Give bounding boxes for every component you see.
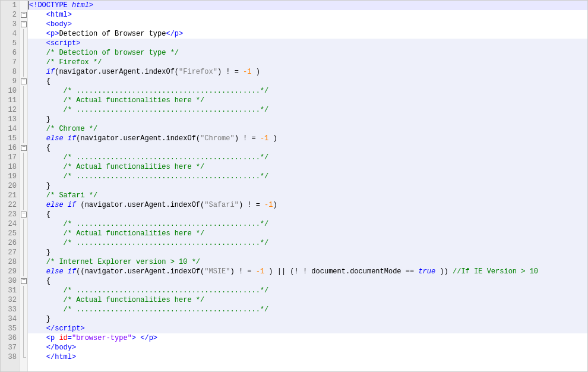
code-line[interactable]: /* Actual functionalities here */ <box>28 295 587 305</box>
fold-toggle[interactable] <box>20 77 27 86</box>
token-op: ! = <box>239 134 260 143</box>
code-line[interactable]: <!DOCTYPE html> <box>28 1 587 10</box>
code-editor[interactable]: 1234567891011121314151617181920212223242… <box>1 1 587 371</box>
code-line[interactable]: </html> <box>28 352 587 362</box>
token-op: { <box>46 77 50 86</box>
code-line[interactable]: else if(navigator.userAgent.indexOf("Chr… <box>28 134 587 143</box>
code-line[interactable]: { <box>28 210 587 219</box>
token-tag: = <box>68 334 72 342</box>
code-area[interactable]: <!DOCTYPE html> <html> <body> <p>Detecti… <box>28 1 587 371</box>
fold-toggle[interactable] <box>20 276 27 286</box>
line-number: 32 <box>5 295 17 305</box>
code-line[interactable]: else if (navigator.userAgent.indexOf("Sa… <box>28 200 587 210</box>
code-line[interactable]: /* Actual functionalities here */ <box>28 96 587 105</box>
code-line[interactable]: else if((navigator.userAgent.indexOf("MS… <box>28 267 587 276</box>
code-line[interactable]: </script> <box>28 324 587 333</box>
fold-toggle[interactable] <box>20 143 27 153</box>
fold-column[interactable] <box>20 1 28 371</box>
line-number: 20 <box>5 181 17 191</box>
code-line[interactable]: { <box>28 276 587 286</box>
token-txt: navigator.userAgent.indexOf <box>59 68 174 76</box>
token-op: ( <box>76 201 84 209</box>
code-line[interactable]: /* .....................................… <box>28 172 587 181</box>
token-cm: /* .....................................… <box>64 305 269 314</box>
token-cm: /* Safari */ <box>46 191 97 200</box>
fold-guide <box>20 134 27 143</box>
code-line[interactable]: <body> <box>28 20 587 29</box>
code-line[interactable]: /* Actual functionalities here */ <box>28 229 587 238</box>
fold-guide <box>20 352 27 362</box>
fold-guide <box>20 324 27 333</box>
token-op: )) <box>435 267 453 276</box>
token-num: -1 <box>256 267 264 276</box>
code-line[interactable]: <p>Detection of Browser type</p> <box>28 29 587 39</box>
code-line[interactable]: } <box>28 314 587 324</box>
code-line[interactable]: /* Safari */ <box>28 191 587 200</box>
token-cm: /* .....................................… <box>64 220 269 228</box>
fold-toggle[interactable] <box>20 10 27 20</box>
line-number-gutter: 1234567891011121314151617181920212223242… <box>1 1 20 371</box>
line-number: 35 <box>5 324 17 333</box>
line-number: 25 <box>5 229 17 238</box>
line-number: 10 <box>5 86 17 96</box>
token-str: "Firefox" <box>179 68 217 76</box>
token-cm: /* Actual functionalities here */ <box>64 163 205 171</box>
fold-guide <box>20 238 27 248</box>
line-number: 2 <box>5 10 17 20</box>
token-txt: navigator.userAgent.indexOf <box>85 201 200 209</box>
code-line[interactable]: /* Chrome */ <box>28 124 587 134</box>
code-line[interactable]: /* .....................................… <box>28 305 587 314</box>
code-line[interactable]: if(navigator.userAgent.indexOf("Firefox"… <box>28 67 587 77</box>
token-op: ) <box>217 68 222 76</box>
line-number: 11 <box>5 96 17 105</box>
line-number: 16 <box>5 143 17 153</box>
token-txt: navigator.userAgent.indexOf <box>85 267 200 276</box>
fold-guide <box>20 39 27 48</box>
fold-guide <box>20 29 27 39</box>
fold-toggle[interactable] <box>20 20 27 29</box>
token-cm: /* Internet Explorer version > 10 */ <box>46 258 200 266</box>
code-line[interactable]: /* .....................................… <box>28 153 587 162</box>
token-tag: </script> <box>46 324 85 333</box>
fold-guide <box>20 257 27 267</box>
code-line[interactable]: /* Actual functionalities here */ <box>28 162 587 172</box>
code-line[interactable]: } <box>28 181 587 191</box>
code-line[interactable]: } <box>28 248 587 257</box>
code-line[interactable]: /* Internet Explorer version > 10 */ <box>28 257 587 267</box>
fold-guide <box>20 105 27 115</box>
code-line[interactable]: <p id="browser-type"> </p> <box>28 333 587 343</box>
token-str: "MSIE" <box>204 267 230 276</box>
line-number: 27 <box>5 248 17 257</box>
code-line[interactable]: { <box>28 77 587 86</box>
code-line[interactable]: /* Detection of browser type */ <box>28 48 587 58</box>
token-num: -1 <box>260 134 268 143</box>
code-line[interactable]: /* .....................................… <box>28 105 587 115</box>
token-str: "Safari" <box>204 201 239 209</box>
code-line[interactable]: /* .....................................… <box>28 219 587 229</box>
code-line[interactable]: </body> <box>28 343 587 352</box>
token-bool: true <box>418 267 435 276</box>
fold-guide <box>20 181 27 191</box>
code-line[interactable]: <script> <box>28 39 587 48</box>
token-op: { <box>46 210 50 219</box>
line-number: 1 <box>5 1 17 10</box>
code-line[interactable]: /* .....................................… <box>28 286 587 295</box>
code-line[interactable]: /* .....................................… <box>28 86 587 96</box>
line-number: 5 <box>5 39 17 48</box>
line-number: 12 <box>5 105 17 115</box>
token-tag: <! <box>29 1 37 10</box>
token-op: } <box>46 115 50 124</box>
token-cm: /* .....................................… <box>64 239 269 247</box>
code-line[interactable]: /* Firefox */ <box>28 58 587 67</box>
token-op: ) <box>268 134 277 143</box>
token-tag: </html> <box>46 353 76 361</box>
code-line[interactable]: /* .....................................… <box>28 238 587 248</box>
token-tag: </p> <box>166 30 183 38</box>
fold-toggle[interactable] <box>20 210 27 219</box>
token-op: == <box>402 267 419 276</box>
code-line[interactable]: <html> <box>28 10 587 20</box>
code-line[interactable]: { <box>28 143 587 153</box>
code-line[interactable]: } <box>28 115 587 124</box>
token-num: -1 <box>243 68 251 76</box>
fold-guide <box>20 191 27 200</box>
